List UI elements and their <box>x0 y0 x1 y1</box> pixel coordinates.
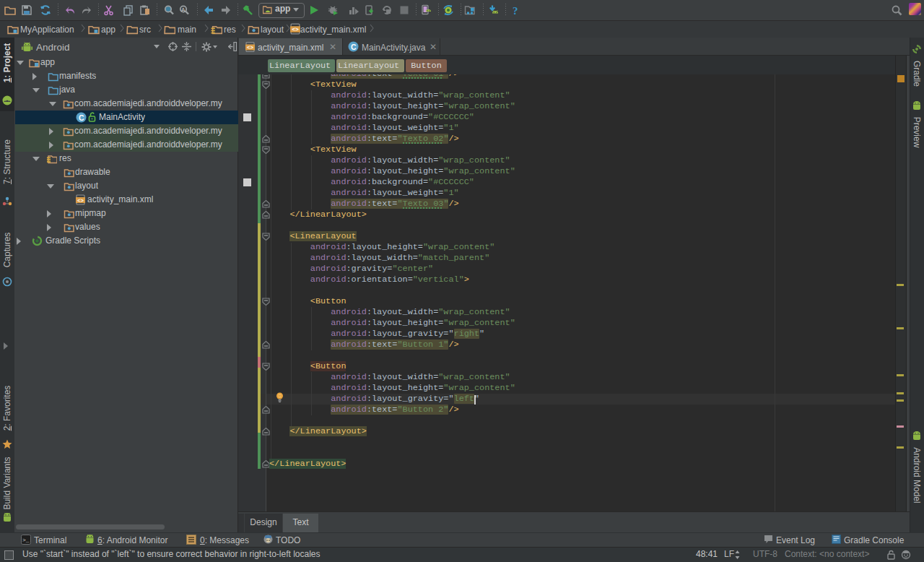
svg-text:A: A <box>181 7 186 13</box>
svg-text:<>: <> <box>77 198 84 204</box>
svg-text:<>: <> <box>247 45 254 51</box>
svg-text:C: C <box>351 43 357 51</box>
svg-text:>_: >_ <box>22 537 30 543</box>
svg-text:?: ? <box>513 5 518 17</box>
svg-text:C: C <box>79 113 84 122</box>
svg-text:<>: <> <box>292 26 299 33</box>
